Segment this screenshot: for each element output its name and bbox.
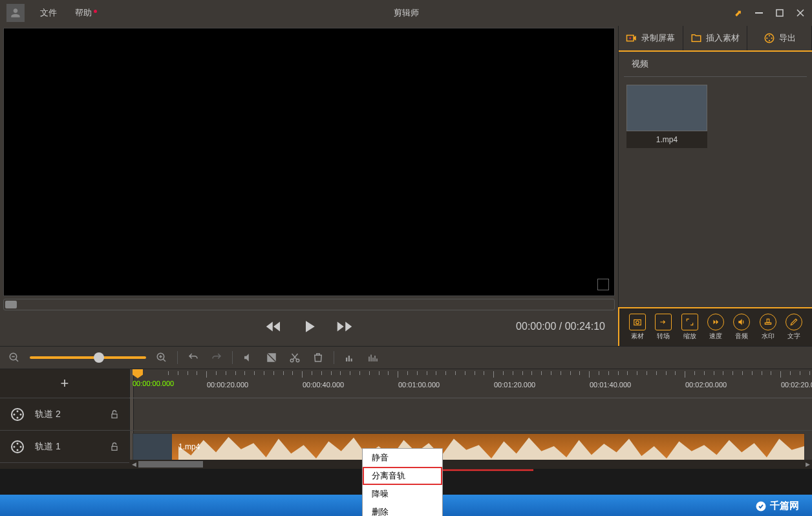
preview-pane: 00:00:00 / 00:24:10: [0, 26, 618, 346]
lock-icon[interactable]: [109, 409, 120, 420]
expand-icon: [685, 317, 694, 327]
waveform: [178, 434, 804, 460]
scrub-handle[interactable]: [5, 301, 17, 308]
context-menu: 静音 分离音轨 降噪 删除: [362, 448, 443, 516]
reel-icon: [10, 407, 25, 422]
track-row-2[interactable]: [129, 398, 812, 431]
zoom-thumb[interactable]: [94, 352, 104, 363]
play-button[interactable]: [299, 317, 319, 336]
svg-point-36: [17, 449, 19, 451]
menu-help[interactable]: 帮助: [66, 7, 101, 19]
tool-audio[interactable]: 音频: [733, 314, 750, 341]
redo-button[interactable]: [209, 350, 224, 365]
popout-button[interactable]: ⬈: [733, 8, 743, 18]
timeline-toolbar: [0, 346, 812, 369]
cut-button[interactable]: [287, 350, 303, 365]
track-row-1[interactable]: 1.mp4: [129, 431, 812, 463]
media-thumbnail: [626, 85, 707, 131]
section-video-label: 视频: [624, 52, 807, 77]
ctx-delete[interactable]: 删除: [363, 503, 442, 516]
svg-point-27: [17, 410, 19, 412]
svg-rect-11: [767, 319, 769, 323]
svg-point-29: [20, 413, 22, 415]
zoom-out-button[interactable]: [6, 350, 22, 365]
svg-rect-24: [374, 356, 376, 361]
notification-dot: [94, 10, 97, 13]
titlebar: 文件 帮助 剪辑师 ⬈: [0, 0, 812, 26]
ruler-mark: 00:01:40.000: [590, 381, 631, 389]
timeline-ruler[interactable]: 00:00:00.000 00:00:20.00000:00:40.00000:…: [129, 369, 812, 398]
svg-rect-22: [370, 355, 372, 362]
media-item[interactable]: 1.mp4: [626, 85, 707, 148]
playhead[interactable]: 00:00:00.000: [133, 369, 174, 387]
menu-file[interactable]: 文件: [31, 7, 66, 19]
camera-icon: [633, 317, 642, 327]
ruler-mark: 00:01:20.000: [494, 381, 535, 389]
tab-insert-media[interactable]: 插入素材: [683, 26, 748, 50]
media-name: 1.mp4: [626, 131, 707, 148]
svg-point-3: [630, 38, 632, 39]
maximize-button[interactable]: [775, 8, 785, 18]
scroll-left-arrow[interactable]: ◀: [129, 460, 138, 469]
track-header-1[interactable]: 轨道 1: [0, 431, 129, 463]
ctx-separate-audio[interactable]: 分离音轨: [363, 467, 442, 485]
ruler-mark: 00:00:40.000: [303, 381, 344, 389]
svg-rect-25: [376, 359, 378, 362]
track-header-2[interactable]: 轨道 2: [0, 398, 129, 431]
equalizer1-button[interactable]: [342, 350, 358, 365]
svg-point-35: [20, 446, 22, 447]
user-avatar[interactable]: [6, 4, 25, 22]
stamp-icon: [764, 317, 773, 327]
ruler-mark: 00:00:20.000: [207, 381, 248, 389]
svg-rect-18: [346, 358, 347, 361]
ruler-mark: 00:02:20.000: [781, 381, 812, 389]
scroll-right-arrow[interactable]: ▶: [803, 460, 812, 469]
mute-button[interactable]: [240, 350, 256, 365]
svg-point-33: [17, 442, 19, 444]
tool-watermark[interactable]: 水印: [760, 314, 776, 341]
svg-rect-37: [112, 446, 117, 450]
svg-point-34: [14, 446, 16, 447]
camera-icon: [626, 32, 637, 44]
equalizer2-button[interactable]: [365, 350, 381, 365]
rewind-button[interactable]: [264, 317, 283, 336]
lock-icon[interactable]: [109, 442, 120, 452]
forward-button[interactable]: [335, 317, 354, 336]
svg-point-30: [17, 416, 19, 418]
svg-rect-0: [755, 12, 763, 14]
scrub-bar[interactable]: [3, 299, 615, 310]
svg-rect-19: [348, 356, 350, 361]
tool-strip: 素材 转场 缩放 速度 音频 水印 文字: [618, 307, 812, 346]
zoom-in-button[interactable]: [154, 350, 169, 365]
app-title: 剪辑师: [394, 7, 419, 19]
pencil-icon: [789, 317, 798, 327]
preview-screen[interactable]: [3, 28, 615, 296]
ctx-mute[interactable]: 静音: [363, 449, 442, 467]
expand-icon[interactable]: [597, 279, 609, 290]
tab-export[interactable]: 导出: [747, 26, 812, 50]
tool-zoom[interactable]: 缩放: [681, 314, 698, 341]
close-button[interactable]: [795, 8, 806, 18]
adjust-button[interactable]: [264, 350, 279, 365]
delete-button[interactable]: [310, 350, 326, 365]
arrow-right-icon: [659, 317, 668, 327]
ctx-denoise[interactable]: 降噪: [363, 485, 442, 503]
undo-button[interactable]: [186, 350, 201, 365]
svg-rect-31: [112, 414, 117, 418]
tab-record-screen[interactable]: 录制屏幕: [619, 26, 683, 50]
scroll-thumb[interactable]: [138, 461, 203, 468]
svg-rect-20: [351, 359, 352, 362]
svg-point-8: [769, 40, 770, 41]
timeline-clip[interactable]: 1.mp4: [133, 433, 805, 460]
tool-speed[interactable]: 速度: [707, 314, 724, 341]
tool-media[interactable]: 素材: [629, 314, 646, 341]
zoom-slider[interactable]: [30, 356, 146, 359]
minimize-button[interactable]: [754, 8, 764, 18]
user-icon: [9, 6, 22, 19]
clip-thumbnail: [133, 434, 172, 460]
tool-transition[interactable]: 转场: [655, 314, 672, 341]
tool-text[interactable]: 文字: [785, 314, 802, 341]
svg-point-10: [636, 321, 639, 324]
add-track-button[interactable]: +: [0, 369, 129, 398]
svg-point-28: [14, 413, 16, 415]
